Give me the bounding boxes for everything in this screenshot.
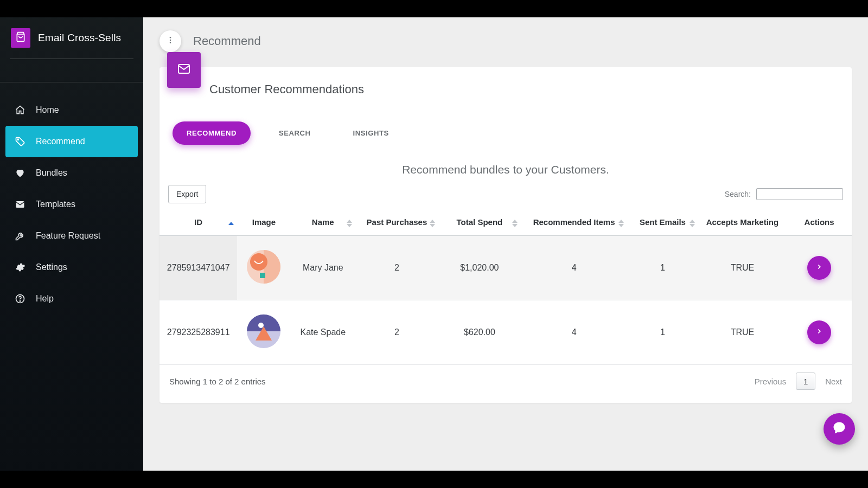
chevron-right-icon <box>815 328 823 337</box>
mail-icon <box>14 198 26 210</box>
sidebar-item-label: Settings <box>36 262 67 272</box>
col-accepts-marketing: Accepts Marketing <box>698 211 787 236</box>
chevron-right-icon <box>815 263 823 273</box>
home-icon <box>14 104 26 116</box>
sidebar: Email Cross-Sells Home Recommend B <box>0 17 143 471</box>
cell-accepts-marketing: TRUE <box>698 300 787 365</box>
col-past-purchases[interactable]: Past Purchases <box>355 211 438 236</box>
sort-icon <box>228 222 234 225</box>
sort-icon <box>430 220 435 227</box>
card-title: Customer Recommendations <box>159 67 852 97</box>
table-row: 2792325283911 Kate Spade 2 $620.00 4 1 T… <box>159 300 852 365</box>
sidebar-item-home[interactable]: Home <box>5 94 138 126</box>
brand-title: Email Cross-Sells <box>38 32 121 44</box>
sort-icon <box>347 220 352 227</box>
pager-controls: Previous 1 Next <box>755 373 842 390</box>
col-actions: Actions <box>787 211 852 236</box>
tab-recommend[interactable]: RECOMMEND <box>173 121 251 145</box>
more-vertical-icon <box>166 36 175 47</box>
svg-point-4 <box>170 37 171 38</box>
cell-sent-emails: 1 <box>627 236 698 300</box>
brand: Email Cross-Sells <box>0 17 143 55</box>
pager-next[interactable]: Next <box>825 377 842 386</box>
sidebar-item-label: Templates <box>36 200 75 209</box>
cell-actions <box>787 236 852 300</box>
svg-rect-10 <box>260 273 265 278</box>
sidebar-item-label: Recommend <box>36 137 85 146</box>
cell-recommended-items: 4 <box>521 300 627 365</box>
sidebar-item-bundles[interactable]: Bundles <box>5 157 138 189</box>
customers-table: ID Image Name Past Purchases Total Spend… <box>159 211 852 365</box>
sidebar-item-label: Home <box>36 105 59 115</box>
sidebar-item-label: Feature Request <box>36 231 100 241</box>
row-action-button[interactable] <box>807 320 831 344</box>
brand-divider <box>10 59 133 59</box>
cell-image <box>237 300 290 365</box>
more-button[interactable] <box>159 30 181 52</box>
search-wrap: Search: <box>725 188 843 200</box>
cell-id: 2785913471047 <box>159 236 237 300</box>
svg-point-12 <box>258 323 264 328</box>
sidebar-item-templates[interactable]: Templates <box>5 189 138 220</box>
chat-fab[interactable] <box>824 413 855 445</box>
heart-icon <box>14 167 26 179</box>
sidebar-item-recommend[interactable]: Recommend <box>5 126 138 157</box>
page-title: Recommend <box>193 34 261 48</box>
col-name[interactable]: Name <box>290 211 355 236</box>
search-label: Search: <box>725 190 751 198</box>
recommend-card: Customer Recommendations RECOMMEND SEARC… <box>159 67 852 403</box>
main: Recommend Customer Recommendations RECOM… <box>143 17 868 471</box>
sidebar-item-label: Help <box>36 294 54 304</box>
wrench-icon <box>14 230 26 242</box>
table-toolbar: Export Search: <box>159 181 852 208</box>
cell-name: Kate Spade <box>290 300 355 365</box>
cell-accepts-marketing: TRUE <box>698 236 787 300</box>
tab-insights[interactable]: INSIGHTS <box>339 121 403 145</box>
col-sent-emails[interactable]: Sent Emails <box>627 211 698 236</box>
svg-point-0 <box>17 139 18 140</box>
shopping-bag-icon <box>15 31 26 44</box>
mail-icon <box>176 62 192 78</box>
pager: Showing 1 to 2 of 2 entries Previous 1 N… <box>159 365 852 390</box>
sidebar-item-feature-request[interactable]: Feature Request <box>5 220 138 252</box>
sidebar-item-settings[interactable]: Settings <box>5 252 138 283</box>
gear-icon <box>14 261 26 273</box>
sort-icon <box>512 220 518 227</box>
export-button[interactable]: Export <box>168 185 206 203</box>
row-action-button[interactable] <box>807 256 831 280</box>
tab-search[interactable]: SEARCH <box>265 121 325 145</box>
tag-icon <box>14 136 26 147</box>
brand-logo <box>11 28 30 48</box>
cell-sent-emails: 1 <box>627 300 698 365</box>
table-row: 2785913471047 Mary Jane 2 $1,020.00 4 1 … <box>159 236 852 300</box>
cell-recommended-items: 4 <box>521 236 627 300</box>
pager-page[interactable]: 1 <box>796 373 815 390</box>
col-image: Image <box>237 211 290 236</box>
cell-total-spend: $620.00 <box>438 300 521 365</box>
topbar: Recommend <box>143 17 868 57</box>
svg-point-6 <box>170 42 171 43</box>
pager-previous[interactable]: Previous <box>755 377 786 386</box>
chat-icon <box>832 420 847 438</box>
cell-id: 2792325283911 <box>159 300 237 365</box>
pager-info: Showing 1 to 2 of 2 entries <box>169 377 266 386</box>
cell-image <box>237 236 290 300</box>
svg-point-3 <box>20 301 20 301</box>
card-icon <box>167 52 201 88</box>
help-icon <box>14 293 26 305</box>
cell-name: Mary Jane <box>290 236 355 300</box>
sidebar-item-label: Bundles <box>36 168 67 178</box>
sort-icon <box>690 220 695 227</box>
svg-point-5 <box>170 40 171 41</box>
cell-total-spend: $1,020.00 <box>438 236 521 300</box>
svg-point-9 <box>250 253 267 271</box>
col-total-spend[interactable]: Total Spend <box>438 211 521 236</box>
avatar <box>247 250 280 284</box>
sort-icon <box>618 220 624 227</box>
card-subtitle: Recommend bundles to your Customers. <box>159 145 852 181</box>
avatar <box>247 314 280 348</box>
col-recommended-items[interactable]: Recommended Items <box>521 211 627 236</box>
search-input[interactable] <box>756 188 843 200</box>
sidebar-item-help[interactable]: Help <box>5 283 138 314</box>
col-id[interactable]: ID <box>159 211 237 236</box>
